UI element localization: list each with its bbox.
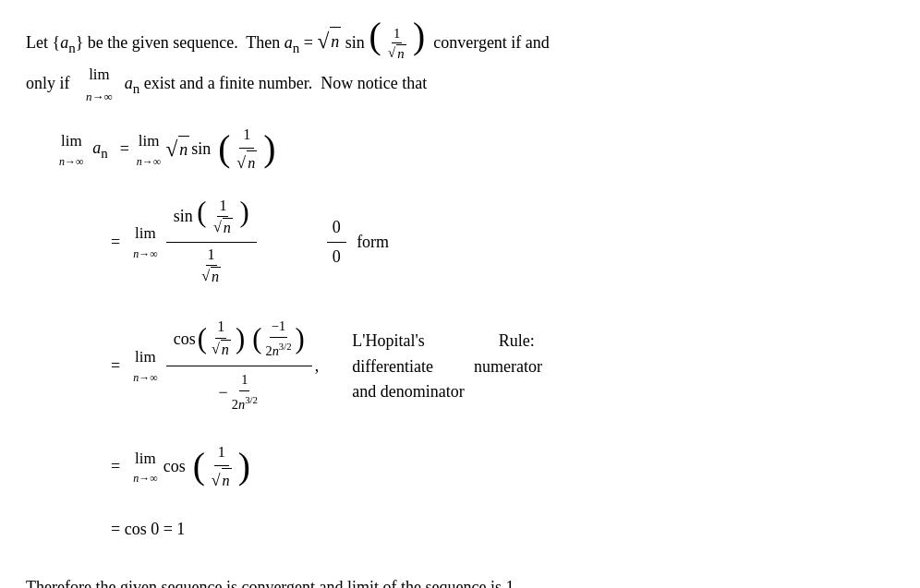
frac-lhopital: cos ( 1 √n ) ( −1 2n3/2 ) −	[166, 313, 312, 419]
numerator-label: numerator	[474, 354, 542, 379]
conclusion-paragraph: Therefore the given sequence is converge…	[26, 574, 894, 588]
rule-label: Rule:	[499, 327, 535, 355]
conclusion-text: Therefore the given sequence is converge…	[26, 578, 518, 588]
math-row-4: = lim n→∞ cos ( 1 √n )	[111, 441, 894, 493]
math-row-1: lim n→∞ an = lim n→∞ √n sin ( 1 √n )	[59, 124, 894, 175]
lim-4: lim n→∞	[133, 345, 158, 386]
differentiate-label: differentiate	[352, 354, 433, 379]
sqrt-n-2: √n	[165, 133, 189, 165]
frac-1-sqrtn-1: 1 √n	[233, 124, 260, 175]
math-row-2: = lim n→∞ sin ( 1 √n ) 1	[111, 194, 894, 291]
final-result: = cos 0 = 1	[111, 517, 185, 542]
sqrt-n: √n	[318, 24, 342, 58]
intro-text-line1: Let {an} be the given sequence. Then an …	[26, 33, 550, 52]
lim-2: lim n→∞	[137, 129, 162, 170]
math-row-5: = cos 0 = 1	[111, 504, 894, 556]
inline-frac-1-sqrtn: 1 √n	[386, 26, 407, 63]
and-denominator-label: and denominator	[352, 382, 464, 401]
math-row-3: = lim n→∞ cos ( 1 √n ) ( −1 2n3/2	[111, 313, 894, 419]
math-display-block: lim n→∞ an = lim n→∞ √n sin ( 1 √n ) = l…	[59, 124, 894, 556]
lim-5: lim n→∞	[133, 447, 158, 487]
lhopital-annotation: L'Hopital's Rule: differentiate numerato…	[352, 327, 542, 405]
intro-text-line2: only if lim n→∞ an exist and a finite nu…	[26, 74, 427, 92]
lhopital-label: L'Hopital's	[352, 327, 424, 355]
frac-sin-over-recip: sin ( 1 √n ) 1 √n	[166, 194, 257, 291]
lim-3: lim n→∞	[133, 222, 158, 262]
frac-1-sqrtn-2: 1 √n	[208, 441, 236, 493]
zero-over-zero-form: 0 0 form	[324, 213, 390, 271]
lim-1: lim n→∞	[59, 129, 84, 170]
intro-paragraph: Let {an} be the given sequence. Then an …	[26, 18, 894, 107]
